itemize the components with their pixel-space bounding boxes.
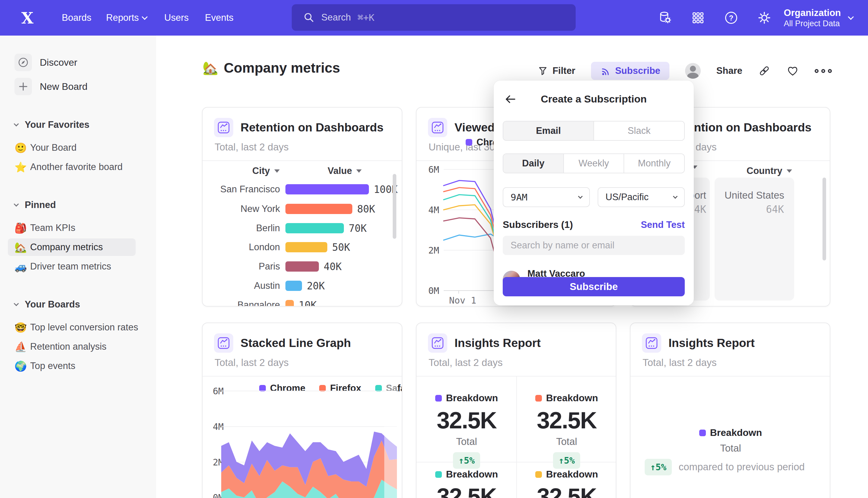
- nav-events[interactable]: Events: [205, 0, 233, 36]
- tab-weekly[interactable]: Weekly: [563, 154, 624, 173]
- compass-icon: [14, 54, 32, 71]
- column-value-dropdown[interactable]: Value: [328, 166, 362, 176]
- sidebar-item-team-kpis[interactable]: 🎒 Team KPIs: [13, 218, 156, 238]
- avatar[interactable]: [685, 63, 701, 79]
- section-your-boards[interactable]: Your Boards: [14, 299, 156, 310]
- value-bar: [285, 223, 344, 233]
- subscribe-button[interactable]: Subscribe: [591, 62, 669, 80]
- modal-subscribe-button[interactable]: Subscribe: [503, 277, 685, 296]
- scrollbar[interactable]: [393, 174, 396, 239]
- sidebar-item-retention-analysis[interactable]: ⛵ Retention analysis: [13, 337, 156, 356]
- sidebar: Discover New Board Your Favorites 🙂 Your…: [0, 36, 156, 498]
- database-gear-icon: [657, 10, 673, 26]
- delta-badge: ↑5%: [553, 452, 580, 469]
- apps-grid-button[interactable]: [681, 0, 715, 36]
- chevron-down-icon: [578, 194, 583, 199]
- sidebar-discover[interactable]: Discover: [14, 52, 156, 73]
- mixpanel-logo[interactable]: X: [17, 7, 38, 28]
- modal-title: Create a Subscription: [503, 91, 685, 105]
- sidebar-new-board-label: New Board: [40, 81, 88, 92]
- sidebar-item-your-board[interactable]: 🙂 Your Board: [13, 138, 156, 157]
- rss-icon: [600, 65, 611, 76]
- value-bar: [285, 281, 302, 291]
- chevron-down-icon: [14, 301, 19, 306]
- city-row[interactable]: New York80K: [209, 202, 375, 216]
- send-test-link[interactable]: Send Test: [641, 220, 685, 230]
- city-row[interactable]: London50K: [209, 240, 350, 254]
- card-subtitle: Total, last 2 days: [643, 357, 818, 368]
- tab-email[interactable]: Email: [503, 121, 593, 140]
- share-button[interactable]: Share: [717, 65, 742, 76]
- city-row[interactable]: Paris40K: [209, 259, 342, 274]
- search-input[interactable]: Search ⌘+K: [292, 4, 576, 31]
- column-country-dropdown[interactable]: Country: [747, 166, 792, 176]
- help-button[interactable]: ?: [715, 0, 748, 36]
- plus-icon: [14, 78, 32, 95]
- sidebar-item-company-metrics[interactable]: 🏡 Company metrics: [8, 238, 136, 256]
- top-navbar: X Boards Reports Users Events Search ⌘+K: [0, 0, 868, 36]
- search-icon: [303, 12, 315, 23]
- chevron-down-icon: [673, 194, 678, 199]
- nerd-face-emoji-icon: 🤓: [14, 322, 30, 333]
- org-name: Organization: [784, 7, 841, 19]
- city-row[interactable]: Bangalore10K: [209, 298, 317, 306]
- city-row[interactable]: Berlin70K: [209, 221, 367, 235]
- data-management-button[interactable]: [648, 0, 681, 36]
- chevron-down-icon: [787, 169, 792, 173]
- sidebar-item-driver-team-metrics[interactable]: 🚙 Driver team metrics: [13, 257, 156, 276]
- card-title[interactable]: Insights Report: [454, 337, 541, 350]
- section-pinned[interactable]: Pinned: [14, 199, 156, 210]
- country-label: United States: [715, 189, 794, 201]
- sidebar-item-top-events[interactable]: 🌍 Top events: [13, 356, 156, 376]
- backpack-emoji-icon: 🎒: [14, 222, 30, 234]
- page-title: 🏡 Company metrics: [202, 60, 340, 76]
- delta-badge: ↑5%: [453, 452, 480, 469]
- tab-daily[interactable]: Daily: [503, 154, 563, 173]
- channel-tabs: Email Slack: [503, 121, 685, 141]
- value-bar: [285, 261, 319, 272]
- favorite-heart-icon[interactable]: [786, 65, 799, 77]
- card-title[interactable]: Insights Report: [668, 337, 755, 350]
- sidebar-new-board[interactable]: New Board: [14, 77, 156, 96]
- sailboat-emoji-icon: ⛵: [14, 341, 30, 353]
- nav-reports[interactable]: Reports: [106, 0, 147, 36]
- sidebar-item-top-level-conversion-rates[interactable]: 🤓 Top level conversion rates: [13, 318, 156, 337]
- gear-icon: [756, 10, 773, 26]
- back-arrow-icon[interactable]: [504, 93, 517, 106]
- settings-button[interactable]: [748, 0, 781, 36]
- country-panel[interactable]: United States 64K: [715, 178, 794, 301]
- search-placeholder: Search: [321, 12, 351, 23]
- section-your-favorites[interactable]: Your Favorites: [14, 119, 156, 130]
- chevron-down-icon: [142, 14, 148, 20]
- card-stacked-line: Stacked Line Graph Total, last 2 days Ch…: [202, 323, 402, 498]
- nav-users[interactable]: Users: [164, 0, 189, 36]
- subscriber-search-input[interactable]: [503, 236, 685, 255]
- copy-link-icon[interactable]: [758, 65, 771, 77]
- nav-boards[interactable]: Boards: [62, 0, 91, 36]
- stacked-area-chart: [202, 323, 402, 498]
- star-emoji-icon: ⭐: [14, 161, 30, 173]
- card-insights-grid: Insights Report Total, last 2 days Break…: [416, 323, 616, 498]
- card-title[interactable]: Retention on Dashboards: [241, 121, 384, 134]
- metric-breakdown-2: Breakdown 32.5K Total ↑5%: [517, 393, 616, 469]
- slightly-smiling-face-emoji-icon: 🙂: [14, 142, 30, 154]
- timezone-select[interactable]: US/Pacific: [598, 187, 685, 207]
- tab-monthly[interactable]: Monthly: [624, 154, 684, 173]
- house-emoji-icon: 🏡: [202, 61, 218, 75]
- metric-breakdown-4: Breakdown 32.5K Total: [517, 469, 616, 498]
- x-tick: Nov 1: [449, 295, 476, 306]
- city-row[interactable]: Austin20K: [209, 278, 325, 293]
- column-city-dropdown[interactable]: City: [252, 166, 280, 176]
- chevron-down-icon: [14, 202, 19, 207]
- globe-emoji-icon: 🌍: [14, 360, 30, 372]
- country-value: 64K: [715, 204, 794, 215]
- city-row[interactable]: San Francisco100K: [209, 182, 398, 197]
- filter-button[interactable]: Filter: [537, 65, 575, 76]
- scrollbar[interactable]: [823, 178, 826, 260]
- more-options-icon[interactable]: [815, 69, 832, 73]
- tab-slack[interactable]: Slack: [593, 121, 684, 140]
- org-project-switcher[interactable]: Organization All Project Data: [781, 7, 868, 28]
- sidebar-item-another-favorite-board[interactable]: ⭐ Another favorite board: [13, 157, 156, 176]
- time-select[interactable]: 9AM: [503, 187, 590, 207]
- value-bar: [285, 242, 327, 252]
